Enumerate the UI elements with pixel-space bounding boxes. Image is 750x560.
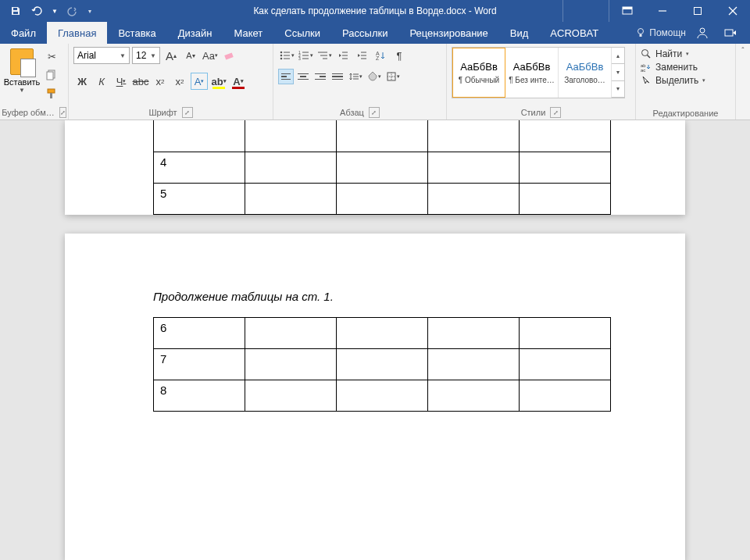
bullets-icon[interactable]: ▾ [278, 47, 295, 64]
tab-layout[interactable]: Макет [223, 22, 273, 44]
align-right-button[interactable] [312, 69, 328, 84]
shading-icon[interactable]: ▾ [366, 68, 383, 85]
font-size-combo[interactable]: 12▼ [132, 47, 160, 64]
shrink-font-icon[interactable]: A▾ [182, 47, 199, 64]
redo-icon[interactable] [62, 2, 81, 20]
close-icon[interactable] [715, 0, 750, 22]
decrease-indent-icon[interactable] [334, 47, 352, 64]
qat-customize-icon[interactable]: ▾ [84, 2, 95, 20]
undo-dropdown-icon[interactable]: ▼ [50, 2, 59, 20]
table-1[interactable]: 4 5 [153, 120, 611, 215]
window-title: Как сделать продолжение таблицы в Ворде.… [253, 5, 496, 16]
svg-rect-15 [50, 93, 52, 98]
page-1: 4 5 [65, 120, 685, 215]
table-row[interactable]: 4 [154, 152, 611, 183]
save-icon[interactable] [6, 2, 25, 20]
account-icon[interactable] [691, 22, 714, 44]
svg-point-17 [280, 52, 283, 54]
paragraph-dialog-launcher[interactable]: ⤢ [369, 107, 380, 118]
undo-icon[interactable] [28, 2, 47, 20]
bold-button[interactable]: Ж [73, 73, 91, 90]
replace-label: Заменить [655, 62, 698, 73]
document-area[interactable]: 4 5 Продолжение таблицы на ст. 1. 6 7 8 [0, 120, 750, 560]
align-center-button[interactable] [295, 69, 311, 84]
styles-gallery-more[interactable]: ▴▾▾ [612, 48, 624, 98]
paste-button[interactable]: Вставить ▼ [5, 47, 39, 94]
style-name-label: Заголово… [564, 76, 605, 84]
font-color-icon[interactable]: A▾ [230, 73, 247, 90]
tab-design[interactable]: Дизайн [167, 22, 223, 44]
align-left-button[interactable] [278, 69, 294, 84]
align-justify-button[interactable] [330, 69, 345, 84]
font-dialog-launcher[interactable]: ⤢ [182, 107, 193, 118]
line-spacing-icon[interactable]: ▾ [347, 68, 364, 85]
borders-icon[interactable]: ▾ [384, 68, 402, 85]
minimize-icon[interactable] [645, 0, 680, 22]
ribbon-display-options-icon[interactable] [609, 0, 645, 22]
table-caption[interactable]: Продолжение таблицы на ст. 1. [153, 290, 685, 303]
increase-indent-icon[interactable] [353, 47, 370, 64]
cut-icon[interactable]: ✂ [44, 48, 59, 64]
subscript-button[interactable]: x2 [152, 73, 169, 90]
tab-review[interactable]: Рецензирование [398, 22, 498, 44]
show-marks-icon[interactable]: ¶ [391, 47, 408, 64]
style-preview: АаБбВв [513, 61, 551, 73]
find-button[interactable]: Найти▾ [641, 48, 705, 59]
group-editing-label: Редактирование [653, 109, 719, 118]
table-row[interactable] [154, 120, 611, 152]
font-name-combo[interactable]: Arial▼ [73, 47, 130, 64]
grow-font-icon[interactable]: A▴ [162, 47, 180, 64]
style-no-spacing[interactable]: АаБбВв ¶ Без инте… [505, 48, 559, 98]
maximize-icon[interactable] [680, 0, 715, 22]
select-button[interactable]: Выделить▾ [641, 75, 705, 86]
svg-rect-14 [48, 89, 55, 93]
underline-button[interactable]: Ч▾ [112, 73, 130, 90]
table-row[interactable]: 7 [154, 348, 611, 380]
tab-mailings[interactable]: Рассылки [331, 22, 398, 44]
table-2[interactable]: 6 7 8 [153, 317, 611, 412]
format-painter-icon[interactable] [44, 86, 59, 102]
style-heading1[interactable]: АаБбВв Заголово… [559, 48, 612, 98]
svg-rect-9 [640, 34, 642, 37]
copy-icon[interactable] [44, 67, 59, 83]
multilevel-list-icon[interactable]: ▾ [316, 47, 333, 64]
tab-file[interactable]: Файл [0, 22, 47, 44]
styles-gallery[interactable]: АаБбВв ¶ Обычный АаБбВв ¶ Без инте… АаБб… [452, 47, 625, 98]
table-row[interactable]: 6 [154, 317, 611, 348]
cursor-icon [641, 75, 652, 86]
style-name-label: ¶ Обычный [459, 76, 499, 84]
tab-home[interactable]: Главная [47, 22, 107, 44]
svg-point-19 [280, 55, 283, 57]
svg-text:A: A [376, 51, 380, 56]
clipboard-dialog-launcher[interactable]: ⤢ [59, 107, 66, 118]
font-size-value: 12 [136, 50, 146, 61]
svg-text:1: 1 [298, 50, 301, 55]
text-effects-icon[interactable]: A▾ [191, 73, 208, 90]
table-row[interactable]: 8 [154, 380, 611, 411]
account-area[interactable] [562, 0, 609, 22]
tab-insert[interactable]: Вставка [107, 22, 166, 44]
sort-icon[interactable]: AZ [372, 47, 389, 64]
tab-acrobat[interactable]: ACROBAT [539, 22, 609, 44]
italic-button[interactable]: К [93, 73, 110, 90]
tell-me[interactable]: Помощн [635, 27, 686, 38]
collapse-ribbon-icon[interactable]: ˆ [736, 44, 750, 119]
superscript-button[interactable]: x2 [171, 73, 188, 90]
svg-rect-3 [623, 7, 632, 9]
tab-references[interactable]: Ссылки [273, 22, 331, 44]
svg-line-7 [729, 7, 737, 15]
share-icon[interactable] [719, 22, 742, 44]
svg-rect-13 [47, 72, 53, 80]
svg-point-10 [700, 28, 705, 33]
replace-button[interactable]: abac Заменить [641, 62, 705, 73]
group-font-label: Шрифт [148, 108, 177, 117]
change-case-icon[interactable]: Aa▾ [202, 47, 219, 64]
highlight-color-icon[interactable]: ab▾ [210, 73, 227, 90]
numbering-icon[interactable]: 123▾ [297, 47, 314, 64]
strike-button[interactable]: abc [132, 73, 149, 90]
style-normal[interactable]: АаБбВв ¶ Обычный [452, 48, 505, 98]
styles-dialog-launcher[interactable]: ⤢ [550, 107, 561, 118]
clear-format-icon[interactable] [221, 47, 238, 64]
tab-view[interactable]: Вид [499, 22, 540, 44]
table-row[interactable]: 5 [154, 183, 611, 214]
